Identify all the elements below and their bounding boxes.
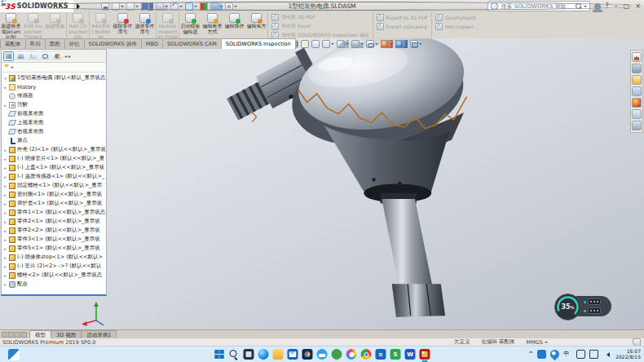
tree-item[interactable]: ▸ 密封圈<1> (默认<<默认>_显示状 xyxy=(2,190,106,199)
export-3d-pdf-button[interactable]: Export to 3D PDF xyxy=(377,14,429,21)
design-library-tab[interactable] xyxy=(632,64,642,73)
new-template-button[interactable]: 新建模板 xyxy=(44,12,66,38)
solidworks-app[interactable] xyxy=(420,349,430,360)
tree-item[interactable]: ▸ 固定螺栓<1> (默认<<默认>_显示 xyxy=(2,181,106,190)
tree-item[interactable]: ▸ (-) 绝缘体step<1> (默认<<默认> xyxy=(2,253,106,262)
battery-recorder-widget[interactable]: 35% xyxy=(559,296,611,316)
tab-scroll-left[interactable]: ◂ xyxy=(64,53,67,59)
tag-icon[interactable] xyxy=(633,338,641,347)
select-balloons-button[interactable]: 选择零件序号 xyxy=(134,12,156,38)
export-edrawing-button[interactable]: Export eDrawing xyxy=(377,23,429,30)
edit-appearance-icon[interactable] xyxy=(381,40,393,48)
solidworks-resources-tab[interactable] xyxy=(632,52,642,62)
tree-item[interactable]: ▸ (-) 垫片 (2)<2> ->? (默认<<默认 xyxy=(2,262,106,271)
tree-item[interactable]: ▸ (-) 上盖<1> (默认<<默认>_显示状 xyxy=(2,163,106,172)
tree-item[interactable]: ▸ 外壳 (2)<1> (默认<<默认>_显示状 xyxy=(2,145,106,154)
tree-root[interactable]: ▾ 1型铠装热电偶 (默认<默认_显示状态-1 xyxy=(2,73,106,82)
featuremanager-tree-tab[interactable] xyxy=(3,51,14,61)
custom-properties-tab[interactable] xyxy=(632,109,642,119)
ribbon-tab[interactable]: 装配体 xyxy=(0,38,26,49)
tree-item[interactable]: ▸ 原点 xyxy=(2,136,106,145)
green-app[interactable] xyxy=(332,349,342,360)
remove-balloons-button[interactable]: 移除零件序号 xyxy=(112,12,134,38)
view-orientation-icon[interactable] xyxy=(337,40,349,48)
export-2d-pdf-button[interactable]: 导出至 2D PDF xyxy=(271,14,369,21)
displaymanager-tab[interactable] xyxy=(52,51,63,61)
units-selector[interactable]: MMGS xyxy=(527,339,548,346)
photos-app[interactable] xyxy=(302,349,313,360)
tree-item[interactable]: ▸ 零件1<1> (默认<<默认>_显示状态- xyxy=(2,208,106,217)
cast-icon[interactable] xyxy=(589,350,598,359)
new-inspection-project-button[interactable]: 新建检查项目(amp;N) xyxy=(0,12,22,38)
tree-item[interactable]: ▸ (-) 绝缘垫片<1> (默认<<默认>_显 xyxy=(2,154,106,163)
section-view-icon[interactable] xyxy=(322,40,334,48)
ribbon-tab[interactable]: 评估 xyxy=(64,38,85,49)
update-inspection-project-button[interactable]: Update Inspection Project xyxy=(156,12,179,38)
file-explorer[interactable] xyxy=(273,349,284,360)
edit-operation-button[interactable]: 编辑操作 xyxy=(223,12,245,38)
edit-inspection-project-button[interactable]: Edit Inspection Project xyxy=(22,12,44,38)
settings-gear-icon[interactable] xyxy=(225,2,237,11)
add-edit-balloons-button[interactable]: Add/Edit Balloons xyxy=(89,12,112,38)
ribbon-tab[interactable]: SOLIDWORKS 插件 xyxy=(84,38,142,49)
dimxpertmanager-tab[interactable] xyxy=(40,51,51,61)
cloud-app[interactable] xyxy=(317,349,328,360)
taskbar-clock[interactable]: 16:07 2022/8/15 xyxy=(615,348,641,360)
tree-item[interactable]: ▸ 零件5<1> (默认<<默认>_显示状 xyxy=(2,244,106,253)
widgets-button[interactable] xyxy=(8,349,20,360)
volume-icon[interactable] xyxy=(602,350,611,359)
chrome-browser[interactable] xyxy=(361,349,372,360)
tree-item[interactable]: ▸ 上视基准面 xyxy=(2,118,106,127)
ribbon-tab[interactable]: MBD xyxy=(141,38,163,49)
tree-item[interactable]: ▸ 螺栓<2> (默认<<默认>_显示状态 xyxy=(2,271,106,280)
tree-item[interactable]: ▸ 零件2<1> (默认<<默认>_显示状 xyxy=(2,217,106,226)
edit-method-button[interactable]: 编辑实方 xyxy=(245,12,267,38)
blue-doc-app[interactable]: ≡ xyxy=(376,349,386,360)
ime-indicator[interactable]: 中 xyxy=(563,350,572,359)
tree-item[interactable]: ▸ 零件2<2> (默认<<默认>_显示状 xyxy=(2,226,106,235)
ribbon-tab[interactable]: 草图 xyxy=(45,38,65,49)
net-inspect-button[interactable]: Net-Inspect xyxy=(435,23,476,30)
launch-template-editor-button[interactable]: 启动模板编辑器 xyxy=(179,12,201,38)
previous-view-icon[interactable] xyxy=(311,40,320,48)
view-settings-icon[interactable] xyxy=(410,40,422,48)
propertymanager-tab[interactable] xyxy=(15,51,26,61)
configurationmanager-tab[interactable] xyxy=(28,51,38,61)
ribbon-tab[interactable]: SOLIDWORKS Inspection xyxy=(221,38,296,49)
export-excel-button[interactable]: 导出至 Excel xyxy=(271,23,369,30)
search-icon[interactable] xyxy=(576,3,581,9)
add-characteristic-button[interactable]: Add Characteristic xyxy=(66,12,89,38)
tree-item[interactable]: ▸ History xyxy=(2,82,106,91)
green-s-app[interactable]: S xyxy=(390,349,401,360)
tree-item[interactable]: ▸ 配合 xyxy=(2,280,106,289)
tree-item[interactable]: ▸ (-) 温度传感器<1> (默认<<默认>_ xyxy=(2,172,106,181)
ribbon-tab[interactable]: SOLIDWORKS CAM xyxy=(162,38,222,49)
appearances-scenes-tab[interactable] xyxy=(632,98,642,108)
hide-show-items-icon[interactable] xyxy=(366,40,378,48)
display-style-icon[interactable] xyxy=(351,40,364,48)
edit-inspection-method-button[interactable]: 编辑检查方式 xyxy=(201,12,223,38)
tree-item[interactable]: ▸ 注解 xyxy=(2,100,106,109)
tab-scroll-right[interactable]: ▸ xyxy=(68,53,71,59)
start-button[interactable] xyxy=(214,349,225,360)
solidworks-forum-tab[interactable] xyxy=(632,121,642,130)
tree-item[interactable]: ▸ 传感器 xyxy=(2,91,106,100)
tree-item[interactable]: ▸ 右视基准面 xyxy=(2,127,106,136)
word-app[interactable]: W xyxy=(405,349,416,360)
ribbon-tab[interactable]: 布局 xyxy=(25,38,46,49)
touch-keyboard-icon[interactable] xyxy=(576,350,585,359)
color-ring-app[interactable] xyxy=(346,349,357,360)
edge-browser[interactable] xyxy=(258,349,269,360)
zoom-to-area-icon[interactable] xyxy=(301,40,309,48)
task-view-button[interactable] xyxy=(244,349,254,360)
view-palette-tab[interactable] xyxy=(632,86,642,96)
mail-app[interactable] xyxy=(288,349,298,360)
tree-filter[interactable] xyxy=(2,63,106,73)
location-icon[interactable] xyxy=(549,347,562,360)
tree-item[interactable]: ▸ 前视基准面 xyxy=(2,109,106,118)
apply-scene-icon[interactable] xyxy=(395,40,408,48)
file-explorer-tab[interactable] xyxy=(632,75,642,85)
tree-item[interactable]: ▸ 零件3<1> (默认<<默认>_显示状 xyxy=(2,235,106,244)
search-button[interactable] xyxy=(229,349,240,360)
tree-item[interactable]: ▸ 保护套<1> (默认<<默认>_显示状 xyxy=(2,199,106,208)
